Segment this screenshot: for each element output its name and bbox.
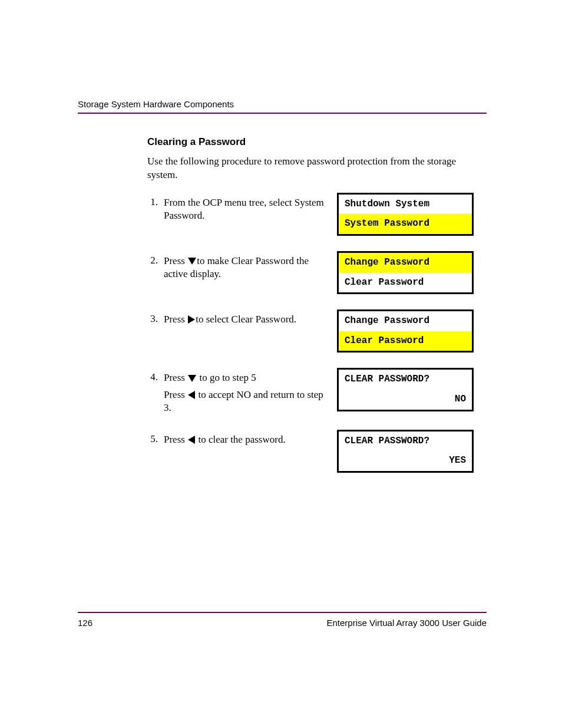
- triangle-left-icon: [188, 436, 195, 444]
- step-1: 1. From the OCP menu tree, select System…: [147, 193, 487, 236]
- intro-paragraph: Use the following procedure to remove pa…: [147, 155, 487, 182]
- text-prefix: Press: [164, 314, 187, 325]
- lcd-display: Change Password Clear Password: [337, 251, 474, 294]
- lcd-row: Shutdown System: [339, 195, 472, 215]
- step-number: 1.: [147, 196, 164, 222]
- header-rule: [78, 113, 487, 114]
- step-number: 5.: [147, 433, 164, 446]
- step-text: Press to select Clear Password.: [164, 313, 329, 326]
- triangle-down-icon: [188, 375, 196, 382]
- lcd-row: Clear Password: [339, 273, 472, 293]
- lcd-row-highlighted: System Password: [339, 214, 472, 234]
- lcd-row-highlighted: Change Password: [339, 253, 472, 273]
- triangle-down-icon: [188, 258, 196, 265]
- lcd-row: Change Password: [339, 311, 472, 331]
- step-2: 2. Press to make Clear Password the acti…: [147, 251, 487, 294]
- lcd-row: CLEAR PASSWORD?: [339, 431, 472, 452]
- step-5: 5. Press to clear the password. CLEAR PA…: [147, 430, 487, 473]
- lcd-display: CLEAR PASSWORD? YES: [337, 430, 474, 473]
- running-header: Storage System Hardware Components: [78, 99, 487, 109]
- text-prefix: Press: [164, 434, 187, 445]
- text-suffix: to clear the password.: [196, 434, 285, 445]
- page-number: 126: [78, 618, 92, 628]
- svg-marker-1: [188, 315, 195, 324]
- step-number: 2.: [147, 255, 164, 281]
- content: Clearing a Password Use the following pr…: [78, 136, 487, 473]
- step-text: Press to go to step 5 Press to accept NO…: [164, 371, 329, 414]
- step-text: Press to clear the password.: [164, 433, 329, 446]
- lcd-row: YES: [339, 451, 472, 471]
- text-prefix: Press: [164, 389, 187, 400]
- step-number: 3.: [147, 313, 164, 326]
- doc-title: Enterprise Virtual Array 3000 User Guide: [326, 618, 487, 628]
- lcd-display: Shutdown System System Password: [337, 193, 474, 236]
- section-heading: Clearing a Password: [147, 136, 487, 148]
- lcd-display: Change Password Clear Password: [337, 309, 474, 353]
- step-text: From the OCP menu tree, select System Pa…: [164, 196, 329, 222]
- text-suffix: to go to step 5: [197, 372, 256, 383]
- footer-rule: [78, 612, 487, 613]
- text-suffix: to select Clear Password.: [196, 314, 296, 325]
- step-3: 3. Press to select Clear Password. Chang…: [147, 309, 487, 353]
- page-footer: 126 Enterprise Virtual Array 3000 User G…: [78, 612, 487, 628]
- step-number: 4.: [147, 371, 164, 414]
- lcd-row-highlighted: Clear Password: [339, 331, 472, 351]
- step-text: Press to make Clear Password the active …: [164, 255, 329, 281]
- lcd-row: CLEAR PASSWORD?: [339, 370, 472, 390]
- lcd-display: CLEAR PASSWORD? NO: [337, 368, 474, 411]
- triangle-left-icon: [188, 391, 195, 399]
- text-prefix: Press: [164, 372, 187, 383]
- page: Storage System Hardware Components Clear…: [0, 0, 562, 473]
- svg-marker-2: [188, 375, 196, 382]
- svg-marker-0: [188, 258, 196, 265]
- triangle-right-icon: [188, 315, 195, 324]
- text-prefix: Press: [164, 255, 187, 266]
- step-4: 4. Press to go to step 5 Press to accept…: [147, 368, 487, 414]
- svg-marker-4: [188, 436, 195, 444]
- svg-marker-3: [188, 391, 195, 399]
- lcd-row: NO: [339, 390, 472, 410]
